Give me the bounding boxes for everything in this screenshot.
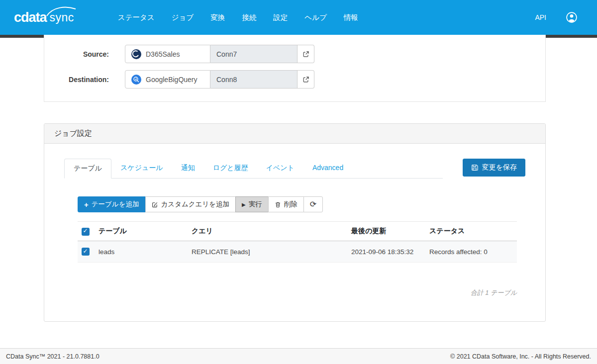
- tab-schedule[interactable]: スケジュール: [111, 159, 172, 178]
- add-custom-query-button[interactable]: カスタムクエリを追加: [145, 196, 236, 212]
- table-header-row: テーブル クエリ 最後の更新 ステータス: [78, 222, 517, 241]
- job-settings-tabs: テーブル スケジュール 通知 ログと履歴 イベント Advanced: [64, 159, 443, 179]
- tables-tab-pane: + テーブルを追加 カスタムクエリを追加 ▶: [78, 196, 517, 297]
- tables-toolbar: + テーブルを追加 カスタムクエリを追加 ▶: [78, 196, 517, 212]
- page-footer: CData Sync™ 2021 - 21.0.7881.0 © 2021 CD…: [0, 348, 597, 364]
- cdata-sync-logo[interactable]: cdata sync: [14, 10, 74, 25]
- source-row: Source: D365Sales: [44, 45, 545, 63]
- header-table: テーブル: [95, 222, 188, 241]
- header-query: クエリ: [188, 222, 347, 241]
- logo-swoosh-icon: [46, 5, 77, 17]
- cell-status: Records affected: 0: [425, 241, 517, 263]
- tables-table: テーブル クエリ 最後の更新 ステータス leads REPLICATE [le…: [78, 221, 517, 263]
- tab-logs-history[interactable]: ログと履歴: [204, 159, 257, 178]
- cell-query: REPLICATE [leads]: [188, 241, 347, 263]
- footer-version: CData Sync™ 2021 - 21.0.7881.0: [6, 353, 100, 360]
- refresh-icon: ⟳: [310, 200, 316, 208]
- nav-item-settings[interactable]: 設定: [268, 9, 293, 26]
- connections-card: Source: D365Sales: [44, 35, 546, 102]
- nav-item-api[interactable]: API: [530, 9, 551, 25]
- delete-label: 削除: [284, 200, 298, 209]
- footer-copyright: © 2021 CData Software, Inc. - All Rights…: [450, 353, 591, 360]
- nav-item-jobs[interactable]: ジョブ: [167, 9, 199, 26]
- cell-last-update: 2021-09-06 18:35:32: [347, 241, 425, 263]
- table-row[interactable]: leads REPLICATE [leads] 2021-09-06 18:35…: [78, 241, 517, 263]
- destination-connector-name: GoogleBigQuery: [146, 76, 198, 84]
- source-label: Source:: [44, 50, 109, 58]
- googlebigquery-icon: [131, 75, 141, 85]
- header-last-update: 最後の更新: [347, 222, 425, 241]
- top-navbar: cdata sync ステータス ジョブ 変換 接続 設定 ヘルプ 情報 API: [0, 0, 597, 35]
- d365sales-icon: [131, 49, 141, 59]
- source-connection-field[interactable]: [210, 45, 298, 63]
- brand-cdata: cdata: [14, 10, 47, 25]
- source-open-external-button[interactable]: [298, 45, 314, 63]
- save-changes-label: 変更を保存: [482, 163, 517, 172]
- table-count-summary: 合計 1 テーブル: [78, 288, 517, 297]
- add-table-label: テーブルを追加: [92, 200, 139, 209]
- refresh-button[interactable]: ⟳: [303, 196, 323, 212]
- nav-item-status[interactable]: ステータス: [113, 9, 160, 26]
- delete-button[interactable]: 削除: [268, 196, 304, 212]
- tab-tables[interactable]: テーブル: [64, 159, 111, 179]
- tab-events[interactable]: イベント: [257, 159, 303, 178]
- tab-notifications[interactable]: 通知: [172, 159, 204, 178]
- user-account-icon[interactable]: [566, 12, 577, 23]
- external-link-icon: [302, 76, 309, 83]
- source-connector-button[interactable]: D365Sales: [125, 45, 210, 63]
- job-settings-title: ジョブ設定: [44, 124, 545, 144]
- destination-label: Destination:: [44, 76, 109, 84]
- run-label: 実行: [249, 200, 262, 209]
- nav-item-help[interactable]: ヘルプ: [299, 9, 332, 26]
- destination-row: Destination: GoogleBigQuery: [44, 70, 545, 89]
- nav-item-info[interactable]: 情報: [339, 9, 363, 26]
- destination-connection-field[interactable]: [210, 70, 298, 89]
- cell-table-name: leads: [95, 241, 188, 263]
- run-button[interactable]: ▶ 実行: [235, 196, 269, 212]
- source-connector-name: D365Sales: [146, 50, 180, 58]
- save-icon: [471, 164, 478, 171]
- add-table-button[interactable]: + テーブルを追加: [78, 196, 146, 212]
- page-content: Source: D365Sales: [0, 35, 597, 348]
- external-link-icon: [302, 51, 309, 58]
- destination-connector-button[interactable]: GoogleBigQuery: [125, 70, 210, 89]
- row-checkbox[interactable]: [82, 248, 90, 256]
- header-status: ステータス: [425, 222, 517, 241]
- play-icon: ▶: [242, 202, 246, 207]
- destination-open-external-button[interactable]: [298, 70, 314, 89]
- edit-pencil-icon: [152, 201, 158, 208]
- nav-menu: ステータス ジョブ 変換 接続 設定 ヘルプ 情報: [113, 9, 363, 26]
- nav-item-transform[interactable]: 変換: [205, 9, 230, 26]
- plus-icon: +: [84, 201, 89, 208]
- trash-icon: [275, 201, 281, 208]
- add-custom-query-label: カスタムクエリを追加: [161, 200, 230, 209]
- save-changes-button[interactable]: 変更を保存: [463, 159, 525, 177]
- nav-item-connections[interactable]: 接続: [237, 9, 261, 26]
- select-all-checkbox[interactable]: [82, 228, 90, 236]
- job-settings-card: ジョブ設定 テーブル スケジュール 通知 ログと履歴 イベント Advanced: [44, 123, 546, 322]
- tab-advanced[interactable]: Advanced: [303, 159, 352, 178]
